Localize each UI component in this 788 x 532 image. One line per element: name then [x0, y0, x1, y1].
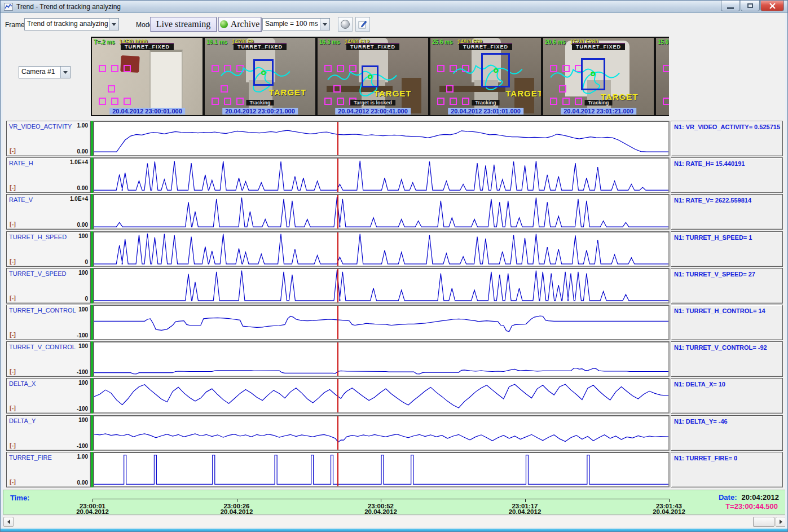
chart-name: TURRET_H_CONTROL — [9, 307, 76, 314]
collapse-button[interactable]: [-] — [10, 405, 16, 411]
chart-plot-area[interactable] — [93, 194, 670, 230]
time-tick-mark — [237, 499, 237, 502]
time-cursor-line[interactable] — [337, 269, 338, 302]
chart-name: TURRET_FIRE — [9, 454, 52, 461]
chevron-down-icon — [323, 23, 327, 28]
collapse-button[interactable]: [-] — [10, 331, 16, 338]
video-frame[interactable]: T=.2 ms145/0.0000TURRET_FIXED20.04.2012 … — [91, 37, 204, 116]
chart-plot-area[interactable] — [93, 157, 670, 193]
chart-label-panel: TURRET_FIRE1.000.00[-] — [6, 452, 91, 487]
zone-marker-square — [99, 98, 106, 105]
zone-marker-square — [111, 98, 118, 105]
target-label: TARGET — [374, 89, 412, 98]
close-button[interactable] — [760, 1, 784, 11]
waveform-svg — [94, 269, 668, 302]
time-cursor-line[interactable] — [337, 342, 338, 376]
waveform-line — [94, 385, 668, 408]
collapse-button[interactable]: [-] — [10, 368, 16, 375]
chart-plot-area[interactable] — [93, 415, 670, 451]
date-value: 20:04:2012 — [742, 493, 780, 502]
archive-button[interactable]: Archive — [218, 17, 261, 32]
collapse-button[interactable]: [-] — [10, 147, 16, 154]
chart-plot-area[interactable] — [93, 305, 670, 340]
time-cursor-line[interactable] — [337, 416, 338, 450]
chart-value-panel: N1: VR_VIDEO_ACTIVITY= 0.525715 — [671, 121, 783, 156]
time-cursor-line[interactable] — [337, 232, 338, 266]
tracking-status-label: Tracking — [584, 100, 612, 105]
time-cursor-line[interactable] — [337, 306, 338, 339]
video-frame[interactable]: 15.0 — [655, 37, 669, 116]
frame-label: Frame: — [5, 21, 27, 29]
video-frame[interactable]: TARGET19.1 ms147/0.59TURRET_FIXEDTrackin… — [204, 37, 316, 116]
frame-select-arrow[interactable] — [109, 19, 118, 30]
horizontal-scrollbar[interactable] — [3, 516, 786, 527]
chart-name: DELTA_Y — [9, 417, 36, 424]
waveform-line — [94, 316, 668, 332]
waveform-line — [94, 130, 668, 152]
time-cursor-line[interactable] — [337, 453, 338, 486]
chart-current-value: N1: TURRET_FIRE= 0 — [674, 455, 737, 461]
collapse-button[interactable]: [-] — [10, 184, 16, 191]
refresh-button[interactable] — [338, 17, 353, 32]
minimize-button[interactable] — [721, 1, 740, 11]
scroll-right-button[interactable] — [776, 517, 786, 527]
chart-label-panel: VR_VIDEO_ACTIVITY1.000.00[-] — [6, 121, 91, 156]
time-cursor-line[interactable] — [337, 379, 338, 412]
scrollbar-thumb[interactable] — [753, 517, 774, 527]
scroll-left-button[interactable] — [3, 517, 14, 527]
chart-row: TURRET_H_CONTROL100-100[-]N1: TURRET_H_C… — [6, 305, 783, 340]
date-label: Date: — [719, 493, 737, 502]
video-frame[interactable]: TARGET16.3 ms149/0.612TURRET_FIXEDTarget… — [316, 37, 429, 116]
camera-select-arrow[interactable] — [60, 67, 70, 78]
video-frame[interactable]: TARGET20.6 ms152/0.5280TURRET_FIXEDTrack… — [542, 37, 655, 116]
chart-max-value: 100 — [78, 306, 88, 313]
tracking-status-label: Tracking — [472, 100, 499, 105]
collapse-button[interactable]: [-] — [10, 478, 16, 485]
chart-row: TURRET_H_SPEED1000[-]N1: TURRET_H_SPEED=… — [6, 231, 783, 267]
live-streaming-button[interactable]: Live streaming — [150, 17, 217, 32]
chart-label-panel: TURRET_V_CONTROL100-100[-] — [6, 341, 91, 377]
tick-date: 20.04.2012 — [653, 509, 685, 515]
report-button[interactable] — [355, 17, 370, 32]
chart-row: TURRET_FIRE1.000.00[-]N1: TURRET_FIRE= 0 — [6, 452, 783, 487]
video-frame[interactable]: TARGET25.6 ms149/0.569TURRET_FIXEDTracki… — [429, 37, 542, 116]
tracking-status-label: Tracking — [246, 100, 274, 105]
chart-name: RATE_V — [9, 196, 33, 203]
frame-select[interactable]: Trend of tracking analyzing — [24, 18, 119, 30]
chart-plot-area[interactable] — [93, 378, 670, 414]
chart-plot-area[interactable] — [93, 452, 670, 487]
app-window: Trend - Trend of tracking analyzing Fram… — [0, 0, 788, 532]
time-tick-label: 23:01:1720.04.2012 — [509, 503, 542, 515]
zone-marker-square — [124, 65, 131, 72]
chart-plot-area[interactable] — [93, 341, 670, 377]
time-cursor-line[interactable] — [337, 195, 338, 228]
maximize-button[interactable] — [741, 1, 760, 11]
chart-current-value: N1: TURRET_H_SPEED= 1 — [674, 234, 752, 241]
time-axis-bar: Time: Date:20:04:2012 T=23:00:44.500 23:… — [3, 490, 786, 515]
waveform-svg — [94, 453, 668, 486]
chart-current-value: N1: DELTA_Y= -46 — [674, 418, 728, 425]
chart-plot-area[interactable] — [93, 121, 670, 156]
frame-latency: T=.2 ms — [94, 39, 115, 45]
chart-min-value: 0.00 — [77, 148, 88, 155]
collapse-button[interactable]: [-] — [10, 442, 16, 449]
chart-row: TURRET_V_CONTROL100-100[-]N1: TURRET_V_C… — [6, 341, 783, 377]
chart-min-value: 0.00 — [77, 222, 88, 228]
time-cursor-line[interactable] — [337, 122, 338, 155]
waveform-svg — [94, 159, 668, 192]
chart-row: TURRET_V_SPEED1000[-]N1: TURRET_V_SPEED=… — [6, 268, 783, 304]
collapse-button[interactable]: [-] — [10, 258, 16, 265]
chart-row: DELTA_Y100-100[-]N1: DELTA_Y= -46 — [6, 415, 783, 451]
time-cursor-line[interactable] — [337, 159, 338, 192]
collapse-button[interactable]: [-] — [10, 221, 16, 227]
camera-select[interactable]: Camera #1 — [19, 66, 71, 78]
chart-plot-area[interactable] — [93, 268, 670, 304]
chart-max-value: 1.00 — [77, 454, 88, 460]
chart-label-panel: TURRET_V_SPEED1000[-] — [6, 268, 91, 304]
sample-select[interactable]: Sample = 100 ms — [262, 18, 330, 30]
collapse-button[interactable]: [-] — [10, 294, 16, 301]
chart-plot-area[interactable] — [93, 231, 670, 267]
chart-max-value: 100 — [78, 417, 88, 423]
sample-select-arrow[interactable] — [320, 19, 329, 30]
chart-min-value: 0.00 — [77, 480, 88, 486]
